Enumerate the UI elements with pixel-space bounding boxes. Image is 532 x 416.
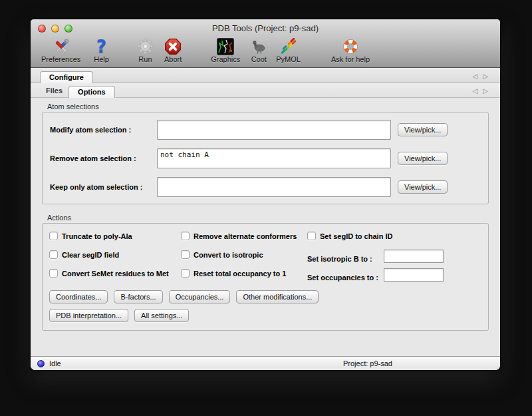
checkbox-box[interactable]: [181, 269, 190, 278]
atom-selections-group: Modify atom selection : View/pick... Rem…: [42, 112, 489, 204]
remove-selection-input[interactable]: [157, 148, 391, 168]
tab-configure[interactable]: Configure: [40, 71, 93, 83]
outer-tab-bar: Configure ◁▷: [31, 68, 500, 83]
checkbox-box[interactable]: [181, 250, 190, 259]
status-led-icon: [37, 360, 45, 367]
set-isotropic-b-label: Set isotropic B to :: [307, 255, 372, 263]
remove-viewpick-button[interactable]: View/pick...: [398, 152, 448, 165]
keep-selection-label: Keep only atom selection :: [49, 183, 157, 191]
set-occupancies-labelwrap: Set occupancies to :: [307, 271, 378, 283]
help-icon: ?: [96, 37, 106, 55]
status-bar: Idle Project: p9-sad: [31, 356, 500, 370]
toolbar-label: Graphics: [211, 55, 240, 63]
tab-scroll-left-icon[interactable]: ◁: [473, 87, 483, 95]
actions-row-3: Convert SeMet residues to Met Reset tota…: [49, 266, 481, 285]
set-occupancies-label: Set occupancies to :: [307, 274, 378, 282]
checkbox-box[interactable]: [49, 250, 58, 259]
inner-tab-bar: Files Options ◁▷: [31, 83, 500, 98]
checkbox-label: Clear segID field: [62, 251, 119, 259]
checkbox-convert-to-isotropic[interactable]: Convert to isotropic: [181, 250, 263, 259]
close-button[interactable]: [38, 25, 46, 33]
b-factors-button[interactable]: B-factors...: [114, 290, 162, 304]
toolbar-label: Abort: [164, 55, 182, 63]
all-settings-button[interactable]: All settings...: [134, 309, 189, 322]
checkbox-truncate-poly-ala[interactable]: Truncate to poly-Ala: [49, 232, 132, 240]
checkbox-label: Remove alternate conformers: [194, 232, 297, 240]
pymol-icon: [280, 37, 297, 55]
modify-viewpick-button[interactable]: View/pick...: [398, 123, 448, 136]
tab-scroll-arrows: ◁▷: [473, 87, 493, 95]
toolbar-item-pymol[interactable]: PyMOL: [276, 37, 301, 63]
checkbox-convert-semet-to-met[interactable]: Convert SeMet residues to Met: [49, 269, 169, 278]
toolbar-label: Coot: [251, 55, 267, 63]
toolbar-item-graphics[interactable]: Graphics: [211, 37, 240, 63]
checkbox-label: Truncate to poly-Ala: [62, 232, 132, 240]
remove-selection-row: Remove atom selection : View/pick...: [49, 148, 481, 168]
pdb-interpretation-button[interactable]: PDB interpretation...: [49, 309, 128, 322]
set-isotropic-b-labelwrap: Set isotropic B to :: [307, 252, 372, 264]
run-icon: [137, 37, 154, 55]
remove-selection-label: Remove atom selection :: [49, 154, 157, 162]
actions-buttons-row-1: Coordinates... B-factors... Occupancies.…: [49, 288, 481, 306]
tab-scroll-right-icon[interactable]: ▷: [483, 87, 493, 95]
set-occupancies-input[interactable]: [384, 268, 444, 282]
toolbar-label: Preferences: [41, 55, 80, 63]
status-text: Idle: [49, 359, 61, 367]
checkbox-box[interactable]: [49, 269, 58, 278]
toolbar-item-abort[interactable]: Abort: [164, 37, 182, 63]
actions-buttons-row-2: PDB interpretation... All settings...: [49, 306, 481, 325]
keep-selection-input[interactable]: [157, 177, 391, 197]
checkbox-set-segid-to-chain-id[interactable]: Set segID to chain ID: [307, 232, 392, 240]
tab-scroll-right-icon[interactable]: ▷: [483, 73, 493, 80]
actions-row-2: Clear segID field Convert to isotropic S…: [49, 248, 481, 266]
window-header: PDB Tools (Project: p9-sad): [31, 19, 500, 68]
traffic-lights: [38, 25, 72, 33]
toolbar-item-help[interactable]: ? Help: [94, 37, 109, 63]
toolbar-label: Ask for help: [331, 55, 370, 63]
set-isotropic-b-input[interactable]: [384, 250, 444, 263]
actions-group: Truncate to poly-Ala Remove alternate co…: [42, 223, 489, 331]
options-pane: Atom selections Modify atom selection : …: [31, 98, 500, 356]
modify-selection-label: Modify atom selection :: [49, 126, 157, 134]
checkbox-remove-alternate-conformers[interactable]: Remove alternate conformers: [181, 232, 297, 240]
title-bar[interactable]: PDB Tools (Project: p9-sad): [31, 19, 500, 37]
occupancies-button[interactable]: Occupancies...: [169, 290, 231, 304]
checkbox-reset-total-occupancy[interactable]: Reset total occupancy to 1: [181, 269, 286, 278]
tab-options[interactable]: Options: [68, 86, 115, 98]
toolbar-item-preferences[interactable]: Preferences: [41, 37, 80, 63]
zoom-button[interactable]: [65, 25, 72, 33]
lifebuoy-icon: [342, 37, 359, 55]
toolbar: Preferences ? Help: [31, 37, 500, 67]
window-title: PDB Tools (Project: p9-sad): [31, 19, 500, 37]
minimize-button[interactable]: [51, 25, 59, 33]
checkbox-label: Reset total occupancy to 1: [194, 270, 286, 278]
checkbox-box[interactable]: [49, 232, 58, 240]
keep-viewpick-button[interactable]: View/pick...: [398, 180, 448, 194]
tab-scroll-arrows: ◁▷: [473, 73, 493, 80]
group-label-actions: Actions: [47, 214, 489, 222]
checkbox-label: Convert to isotropic: [194, 251, 263, 259]
tab-files[interactable]: Files: [40, 85, 68, 97]
other-modifications-button[interactable]: Other modifications...: [236, 290, 319, 304]
toolbar-item-run[interactable]: Run: [137, 37, 154, 63]
modify-selection-row: Modify atom selection : View/pick...: [49, 120, 481, 140]
checkbox-box[interactable]: [307, 232, 316, 240]
checkbox-box[interactable]: [181, 232, 190, 240]
graphics-icon: [217, 37, 234, 55]
checkbox-label: Convert SeMet residues to Met: [62, 270, 169, 278]
toolbar-item-coot[interactable]: Coot: [249, 37, 268, 63]
tab-scroll-left-icon[interactable]: ◁: [473, 73, 483, 80]
toolbar-item-ask-for-help[interactable]: Ask for help: [331, 37, 370, 63]
app-window: PDB Tools (Project: p9-sad): [30, 19, 501, 371]
modify-selection-input[interactable]: [157, 120, 391, 140]
coordinates-button[interactable]: Coordinates...: [49, 290, 108, 304]
preferences-icon: [53, 37, 70, 55]
checkbox-clear-segid-field[interactable]: Clear segID field: [49, 250, 119, 259]
toolbar-label: Run: [138, 55, 152, 63]
keep-selection-row: Keep only atom selection : View/pick...: [49, 177, 481, 197]
actions-row-1: Truncate to poly-Ala Remove alternate co…: [49, 229, 481, 248]
toolbar-label: PyMOL: [276, 55, 301, 63]
abort-icon: [164, 37, 182, 55]
toolbar-label: Help: [94, 55, 109, 63]
group-label-atom-selections: Atom selections: [47, 103, 489, 110]
